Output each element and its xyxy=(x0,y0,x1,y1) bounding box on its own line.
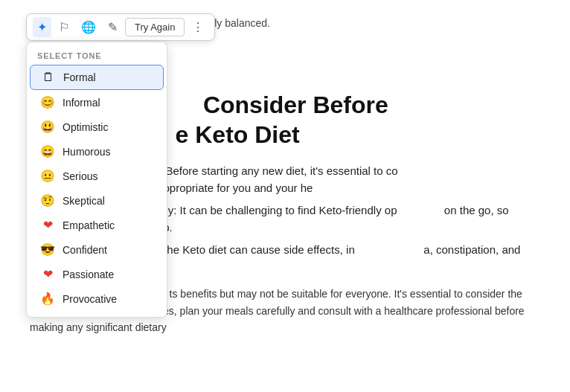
toolbar: ✦ ⚐ 🌐 ✎ Try Again ⋮ xyxy=(26,13,215,41)
optimistic-icon: 😃 xyxy=(40,120,55,134)
tone-item-informal[interactable]: 😊 Informal xyxy=(30,90,164,115)
tone-label-provocative: Provocative xyxy=(63,293,117,305)
serious-icon: 😐 xyxy=(40,169,55,183)
more-icon: ⋮ xyxy=(192,20,204,34)
tone-dropdown: SELECT TONE 🗒 Formal 😊 Informal 😃 Optimi… xyxy=(26,42,167,318)
flag-button[interactable]: ⚐ xyxy=(54,17,74,37)
pencil-icon: ✎ xyxy=(108,20,118,34)
tone-label-optimistic: Optimistic xyxy=(63,121,108,133)
tone-label-passionate: Passionate xyxy=(63,269,114,280)
tone-item-humorous[interactable]: 😄 Humorous xyxy=(30,139,164,164)
tone-label-empathetic: Empathetic xyxy=(63,219,115,231)
tone-label-humorous: Humorous xyxy=(63,146,111,158)
tone-item-serious[interactable]: 😐 Serious xyxy=(30,164,164,188)
skeptical-icon: 🤨 xyxy=(40,193,55,208)
tone-label-serious: Serious xyxy=(63,170,97,182)
sparkle-icon: ✦ xyxy=(37,20,47,34)
provocative-icon: 🔥 xyxy=(40,292,55,306)
tone-item-formal[interactable]: 🗒 Formal xyxy=(30,65,164,90)
empathetic-icon: ❤ xyxy=(40,218,55,232)
dropdown-title: SELECT TONE xyxy=(27,48,167,65)
globe-icon: 🌐 xyxy=(81,20,96,34)
try-again-button[interactable]: Try Again xyxy=(125,18,185,36)
sparkle-button[interactable]: ✦ xyxy=(33,17,51,37)
tone-label-skeptical: Skeptical xyxy=(63,195,105,207)
tone-item-confident[interactable]: 😎 Confident xyxy=(30,237,164,262)
more-button[interactable]: ⋮ xyxy=(188,17,208,37)
confident-icon: 😎 xyxy=(40,242,55,257)
humorous-icon: 😄 xyxy=(40,144,55,158)
globe-button[interactable]: 🌐 xyxy=(77,17,100,37)
tone-item-passionate[interactable]: ❤ Passionate xyxy=(30,262,164,286)
tone-item-empathetic[interactable]: ❤ Empathetic xyxy=(30,213,164,237)
tone-item-optimistic[interactable]: 😃 Optimistic xyxy=(30,115,164,139)
tone-label-confident: Confident xyxy=(63,244,107,256)
passionate-icon: ❤ xyxy=(40,267,55,281)
flag-icon: ⚐ xyxy=(59,20,69,34)
tone-item-provocative[interactable]: 🔥 Provocative xyxy=(30,286,164,311)
informal-icon: 😊 xyxy=(40,95,55,109)
pencil-button[interactable]: ✎ xyxy=(103,17,122,37)
formal-icon: 🗒 xyxy=(41,71,56,84)
tone-label-informal: Informal xyxy=(63,97,100,109)
tone-item-skeptical[interactable]: 🤨 Skeptical xyxy=(30,188,164,213)
tone-label-formal: Formal xyxy=(63,71,96,83)
